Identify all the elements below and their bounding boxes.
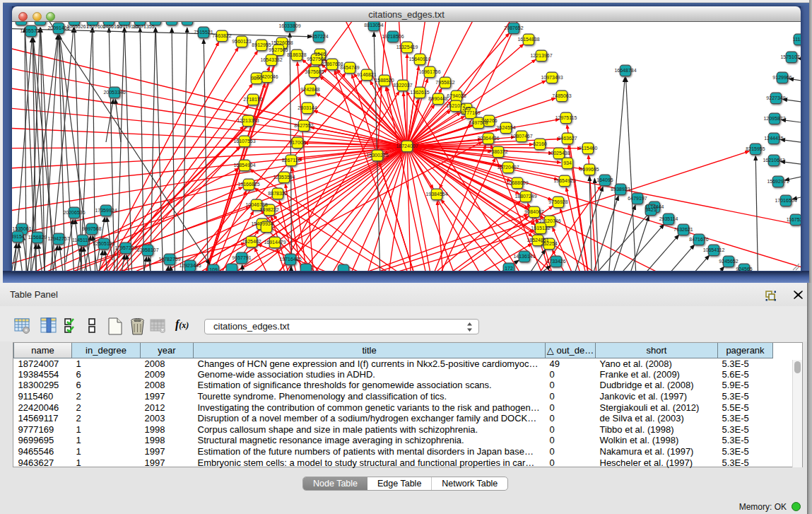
- svg-text:6479197: 6479197: [628, 196, 647, 201]
- svg-text:1156829: 1156829: [28, 235, 47, 240]
- svg-text:924565: 924565: [736, 267, 752, 271]
- svg-text:8938923: 8938923: [611, 187, 630, 192]
- svg-text:10655267: 10655267: [66, 24, 88, 29]
- svg-text:934: 934: [563, 160, 572, 165]
- svg-text:17359924: 17359924: [95, 208, 117, 213]
- svg-text:3675685: 3675685: [305, 69, 324, 74]
- svg-text:7463822: 7463822: [212, 33, 231, 38]
- svg-text:8471676: 8471676: [689, 237, 708, 242]
- svg-text:9115460: 9115460: [579, 146, 598, 151]
- svg-text:1535061: 1535061: [12, 226, 31, 231]
- svg-text:14055721: 14055721: [20, 28, 42, 33]
- svg-text:15226058: 15226058: [271, 40, 293, 45]
- svg-text:16033809: 16033809: [278, 23, 300, 28]
- svg-text:9527508: 9527508: [307, 57, 326, 62]
- svg-text:2087652: 2087652: [504, 25, 523, 30]
- svg-text:2718170: 2718170: [243, 97, 262, 102]
- svg-text:10973493: 10973493: [541, 75, 563, 80]
- svg-text:172: 172: [505, 266, 513, 271]
- svg-text:9777169: 9777169: [461, 110, 480, 115]
- svg-text:16107553: 16107553: [233, 139, 255, 144]
- svg-text:16671355: 16671355: [132, 24, 154, 29]
- svg-text:9084067: 9084067: [524, 209, 543, 214]
- svg-text:9146821: 9146821: [357, 72, 376, 77]
- svg-text:8878332: 8878332: [268, 191, 287, 196]
- svg-text:9129966: 9129966: [772, 75, 792, 80]
- svg-text:14136141: 14136141: [513, 254, 535, 259]
- svg-text:10807467: 10807467: [510, 134, 532, 139]
- svg-text:12213967: 12213967: [530, 53, 552, 58]
- svg-text:2935114: 2935114: [659, 216, 678, 221]
- svg-text:15692971: 15692971: [767, 179, 789, 184]
- svg-text:18724007: 18724007: [396, 144, 418, 148]
- svg-text:16210643: 16210643: [763, 158, 784, 163]
- svg-text:7632621: 7632621: [673, 227, 693, 232]
- svg-text:1244415: 1244415: [764, 136, 783, 141]
- svg-text:12975115: 12975115: [555, 115, 577, 120]
- svg-text:746266: 746266: [481, 118, 497, 123]
- svg-text:12095872: 12095872: [763, 116, 785, 121]
- svg-text:7357224: 7357224: [309, 34, 328, 39]
- svg-text:18807249: 18807249: [514, 194, 536, 199]
- svg-text:10120746: 10120746: [539, 218, 560, 223]
- svg-text:9997568: 9997568: [82, 226, 101, 231]
- svg-text:10688609: 10688609: [506, 180, 528, 185]
- svg-text:7515521: 7515521: [194, 30, 213, 35]
- svg-text:9527505: 9527505: [269, 47, 288, 52]
- svg-text:15409934: 15409934: [251, 221, 273, 226]
- svg-text:19654923: 19654923: [553, 178, 575, 183]
- svg-text:16154838: 16154838: [517, 37, 539, 42]
- svg-text:109: 109: [209, 267, 218, 271]
- svg-text:19218506: 19218506: [382, 34, 404, 39]
- svg-text:8267110: 8267110: [282, 158, 301, 163]
- svg-text:6794028: 6794028: [447, 93, 466, 98]
- svg-text:10025438: 10025438: [548, 151, 570, 156]
- svg-text:8322037: 8322037: [393, 83, 412, 88]
- svg-text:10654112: 10654112: [703, 247, 725, 252]
- svg-text:20053346: 20053346: [103, 90, 125, 95]
- svg-text:12505135: 12505135: [93, 241, 114, 246]
- svg-text:7485063: 7485063: [552, 93, 571, 98]
- svg-text:10958107: 10958107: [136, 247, 158, 252]
- svg-text:15640910: 15640910: [408, 57, 430, 62]
- svg-text:9245652: 9245652: [719, 259, 738, 264]
- svg-text:17957223: 17957223: [114, 245, 136, 250]
- svg-text:1615132: 1615132: [531, 226, 550, 230]
- svg-text:15751074: 15751074: [780, 54, 801, 59]
- svg-text:11325419: 11325419: [396, 45, 418, 49]
- svg-text:16914479: 16914479: [264, 240, 286, 245]
- svg-text:1167533: 1167533: [787, 217, 801, 222]
- svg-text:16543382: 16543382: [260, 57, 282, 62]
- svg-text:2803144: 2803144: [298, 105, 317, 110]
- svg-text:917004: 917004: [289, 140, 305, 145]
- svg-text:20364436: 20364436: [477, 136, 499, 141]
- svg-text:12353594: 12353594: [273, 175, 295, 180]
- svg-text:16961756: 16961756: [418, 69, 440, 74]
- svg-text:9421: 9421: [645, 207, 657, 212]
- svg-text:19166825: 19166825: [237, 182, 259, 187]
- svg-text:12923445: 12923445: [179, 263, 201, 268]
- svg-text:1362615: 1362615: [410, 90, 429, 95]
- svg-text:20206536: 20206536: [63, 210, 85, 215]
- svg-text:16782759: 16782759: [158, 257, 180, 262]
- svg-text:1588520: 1588520: [375, 78, 394, 83]
- svg-text:3624554: 3624554: [496, 125, 515, 130]
- svg-text:9463627: 9463627: [558, 136, 577, 141]
- svg-text:11451194: 11451194: [72, 238, 93, 243]
- svg-text:15300275: 15300275: [366, 153, 388, 158]
- svg-text:252254: 252254: [541, 241, 557, 246]
- svg-text:1546: 1546: [314, 52, 326, 57]
- svg-text:8186328: 8186328: [287, 52, 306, 57]
- svg-text:8990448: 8990448: [428, 96, 447, 101]
- svg-text:12942757: 12942757: [47, 236, 69, 241]
- svg-text:9242848: 9242848: [300, 87, 319, 92]
- svg-text:62160: 62160: [533, 141, 547, 146]
- svg-text:10046788: 10046788: [245, 202, 267, 207]
- svg-text:9227349: 9227349: [766, 95, 785, 100]
- svg-text:16854904: 16854904: [233, 163, 255, 168]
- svg-text:9890: 9890: [251, 76, 262, 81]
- svg-text:17016504: 17016504: [775, 198, 796, 203]
- svg-text:9657791: 9657791: [232, 255, 251, 260]
- svg-text:19716485: 19716485: [279, 257, 301, 262]
- svg-text:8427552: 8427552: [294, 123, 313, 128]
